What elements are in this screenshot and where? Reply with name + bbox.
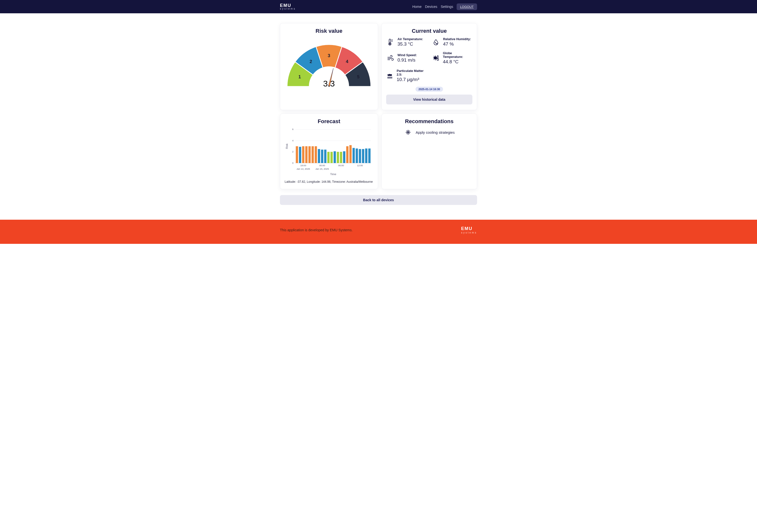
logout-button[interactable]: LOGOUT xyxy=(457,3,477,10)
svg-rect-41 xyxy=(365,149,367,163)
nav-home[interactable]: Home xyxy=(412,5,421,9)
svg-point-10 xyxy=(437,59,439,61)
svg-text:12:00: 12:00 xyxy=(357,164,363,167)
svg-rect-37 xyxy=(353,148,355,163)
nav-settings[interactable]: Settings xyxy=(441,5,453,9)
metric-relative-humidity: Relative Humidity: 47 % xyxy=(432,37,472,47)
risk-value-title: Risk value xyxy=(285,28,373,34)
svg-rect-38 xyxy=(355,149,358,163)
current-value-card: Current value Air Temperature: 35.3 °C xyxy=(381,23,477,110)
metric-label: Globe Temperature: xyxy=(443,51,472,59)
svg-rect-23 xyxy=(309,146,311,163)
brand-name: EMU xyxy=(280,3,296,8)
thermometer-icon xyxy=(386,38,395,46)
svg-rect-19 xyxy=(296,146,298,163)
svg-rect-24 xyxy=(312,146,314,163)
humidity-icon xyxy=(432,38,440,46)
footer-brand-logo: EMU systems xyxy=(461,226,477,234)
smog-icon xyxy=(386,72,394,80)
metric-value: 35.3 °C xyxy=(398,42,423,47)
svg-text:6: 6 xyxy=(292,128,293,131)
svg-rect-26 xyxy=(318,149,320,163)
brand-logo: EMU systems xyxy=(280,3,296,10)
metric-value: 47 % xyxy=(443,42,471,47)
svg-rect-27 xyxy=(321,150,323,163)
app-header: EMU systems Home Devices Settings LOGOUT xyxy=(0,0,757,13)
view-historical-data-button[interactable]: View historical data xyxy=(386,95,472,104)
svg-text:2: 2 xyxy=(292,150,293,153)
metric-label: Air Temperature: xyxy=(398,37,423,41)
metric-value: 0.91 m/s xyxy=(398,57,417,63)
risk-gauge-value: 3.3 xyxy=(323,79,335,88)
svg-text:Jan 15, 2025: Jan 15, 2025 xyxy=(316,167,329,170)
recommendation-text: Apply cooling strategies xyxy=(416,130,455,134)
svg-rect-21 xyxy=(302,146,304,163)
svg-text:00:00: 00:00 xyxy=(319,164,325,167)
svg-point-7 xyxy=(389,44,390,44)
recommendations-title: Recommendations xyxy=(386,118,472,125)
svg-rect-9 xyxy=(437,56,438,59)
svg-text:4: 4 xyxy=(346,59,348,64)
current-value-title: Current value xyxy=(386,28,472,34)
svg-rect-31 xyxy=(334,151,336,163)
svg-text:0: 0 xyxy=(292,162,293,164)
globe-temp-icon xyxy=(432,54,440,62)
metric-value: 10.7 μg/m³ xyxy=(397,77,427,82)
svg-text:1: 1 xyxy=(298,74,301,79)
svg-rect-34 xyxy=(343,151,345,163)
metric-wind-speed: Wind Speed: 0.91 m/s xyxy=(386,51,427,65)
svg-rect-22 xyxy=(305,146,308,163)
snowflake-icon xyxy=(404,128,412,136)
svg-text:5: 5 xyxy=(357,74,359,79)
svg-text:06:00: 06:00 xyxy=(338,164,344,167)
svg-rect-36 xyxy=(349,145,352,163)
forecast-card: Forecast 024618:0000:0006:0012:00Jan 14,… xyxy=(280,113,378,189)
metric-label: Relative Humidity: xyxy=(443,37,471,41)
forecast-title: Forecast xyxy=(285,118,373,125)
svg-rect-35 xyxy=(346,146,348,163)
svg-text:Risk: Risk xyxy=(285,143,288,149)
metric-globe-temperature: Globe Temperature: 44.8 °C xyxy=(432,51,472,65)
brand-sub: systems xyxy=(280,8,296,10)
svg-rect-29 xyxy=(327,152,329,163)
metric-value: 44.8 °C xyxy=(443,59,472,65)
back-to-devices-button[interactable]: Back to all devices xyxy=(280,195,477,205)
svg-rect-25 xyxy=(315,146,317,163)
risk-value-card: Risk value 12345 3.3 xyxy=(280,23,378,110)
svg-rect-39 xyxy=(359,149,361,163)
svg-rect-28 xyxy=(324,150,326,163)
forecast-meta: Latitude: -37.82, Longitude: 144.98, Tim… xyxy=(285,180,373,184)
metric-air-temperature: Air Temperature: 35.3 °C xyxy=(386,37,427,47)
app-footer: This application is developed by EMU Sys… xyxy=(0,220,757,244)
svg-rect-33 xyxy=(340,152,342,163)
svg-rect-42 xyxy=(368,149,371,163)
svg-text:Jan 14, 2025: Jan 14, 2025 xyxy=(296,167,310,170)
metric-label: Wind Speed: xyxy=(398,53,417,57)
svg-text:18:00: 18:00 xyxy=(300,164,306,167)
svg-rect-32 xyxy=(337,152,339,163)
svg-text:2: 2 xyxy=(310,59,312,64)
svg-rect-40 xyxy=(362,149,364,163)
svg-text:3: 3 xyxy=(328,53,330,58)
wind-icon xyxy=(386,54,395,62)
recommendation-item: Apply cooling strategies xyxy=(386,128,472,136)
metric-pm25: Particulate Matter 2.5: 10.7 μg/m³ xyxy=(386,69,427,82)
metric-label: Particulate Matter 2.5: xyxy=(397,69,427,76)
risk-gauge-chart: 12345 3.3 xyxy=(285,37,373,89)
top-nav: Home Devices Settings LOGOUT xyxy=(412,3,477,10)
svg-rect-20 xyxy=(299,147,301,163)
svg-point-8 xyxy=(434,56,437,59)
svg-rect-5 xyxy=(389,39,391,43)
footer-text: This application is developed by EMU Sys… xyxy=(280,228,353,232)
timestamp-chip: 2025-01-14 16:30 xyxy=(415,87,443,92)
recommendations-card: Recommendations Apply cooling strategies xyxy=(381,113,477,189)
svg-text:Time: Time xyxy=(330,173,336,176)
nav-devices[interactable]: Devices xyxy=(425,5,438,9)
svg-rect-30 xyxy=(330,152,333,163)
svg-text:4: 4 xyxy=(292,139,293,142)
forecast-bar-chart: 024618:0000:0006:0012:00Jan 14, 2025Jan … xyxy=(285,128,373,177)
